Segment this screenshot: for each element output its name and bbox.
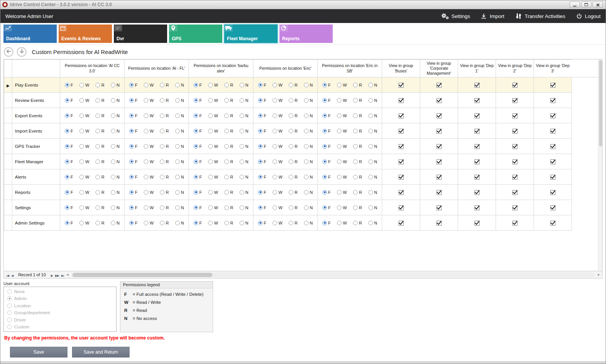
permission-radio-n[interactable]: N bbox=[368, 175, 377, 179]
permission-radio-f[interactable]: F bbox=[322, 113, 331, 118]
permission-radio-n[interactable]: N bbox=[368, 159, 377, 164]
permission-radio-r[interactable]: R bbox=[160, 144, 169, 149]
row-label[interactable]: Alerts bbox=[12, 169, 60, 185]
group-view-checkbox[interactable] bbox=[437, 205, 442, 210]
group-view-checkbox[interactable] bbox=[437, 129, 442, 134]
permission-radio-r[interactable]: R bbox=[224, 144, 233, 149]
group-view-checkbox[interactable] bbox=[512, 83, 517, 88]
group-view-checkbox[interactable] bbox=[550, 175, 555, 180]
permission-radio-f[interactable]: F bbox=[65, 175, 73, 179]
permission-radio-w[interactable]: W bbox=[79, 159, 89, 164]
table-row[interactable]: ▶Play EventsFWRNFWRNFWRNFWRNFWRN bbox=[4, 77, 572, 93]
permission-radio-n[interactable]: N bbox=[111, 221, 120, 225]
row-label[interactable]: Reports bbox=[12, 185, 60, 200]
row-label[interactable]: Play Events bbox=[12, 77, 60, 93]
table-row[interactable]: GPS TrackerFWRNFWRNFWRNFWRNFWRN bbox=[4, 139, 572, 154]
group-view-checkbox[interactable] bbox=[399, 98, 404, 103]
scroll-down-button[interactable] bbox=[17, 47, 26, 57]
permission-radio-w[interactable]: W bbox=[273, 113, 282, 118]
permission-radio-f[interactable]: F bbox=[322, 83, 331, 87]
permission-radio-w[interactable]: W bbox=[273, 221, 282, 225]
permission-radio-w[interactable]: W bbox=[273, 144, 282, 149]
back-button[interactable] bbox=[4, 47, 13, 57]
permission-radio-w[interactable]: W bbox=[144, 83, 153, 87]
permission-radio-w[interactable]: W bbox=[337, 129, 347, 133]
first-record-button[interactable]: |◀ bbox=[5, 274, 10, 277]
permission-radio-r[interactable]: R bbox=[224, 113, 233, 118]
permission-radio-f[interactable]: F bbox=[322, 175, 331, 179]
permission-radio-f[interactable]: F bbox=[194, 159, 202, 164]
permission-radio-f[interactable]: F bbox=[129, 221, 138, 225]
permission-radio-f[interactable]: F bbox=[65, 205, 73, 210]
permission-radio-r[interactable]: R bbox=[160, 190, 169, 195]
permission-radio-f[interactable]: F bbox=[322, 221, 331, 225]
table-row[interactable]: AlertsFWRNFWRNFWRNFWRNFWRN bbox=[4, 169, 572, 185]
permission-radio-n[interactable]: N bbox=[368, 144, 377, 149]
permission-radio-n[interactable]: N bbox=[240, 144, 248, 149]
permission-radio-f[interactable]: F bbox=[65, 221, 73, 225]
group-view-checkbox[interactable] bbox=[399, 144, 404, 149]
permission-radio-w[interactable]: W bbox=[208, 113, 218, 118]
group-view-checkbox[interactable] bbox=[550, 83, 555, 88]
permission-radio-r[interactable]: R bbox=[289, 98, 297, 103]
permission-radio-f[interactable]: F bbox=[258, 190, 266, 195]
permission-radio-w[interactable]: W bbox=[79, 83, 89, 87]
permission-radio-n[interactable]: N bbox=[240, 205, 248, 210]
permission-radio-f[interactable]: F bbox=[65, 159, 73, 164]
group-view-checkbox[interactable] bbox=[399, 205, 404, 210]
vertical-scrollbar[interactable] bbox=[598, 59, 602, 271]
permission-radio-n[interactable]: N bbox=[368, 98, 377, 103]
permission-radio-n[interactable]: N bbox=[240, 221, 248, 225]
permission-radio-r[interactable]: R bbox=[160, 175, 169, 179]
tab-dashboard[interactable]: Dashboard bbox=[3, 25, 57, 43]
group-view-checkbox[interactable] bbox=[475, 159, 480, 164]
permission-radio-f[interactable]: F bbox=[194, 129, 202, 133]
transfer-activities-button[interactable]: Transfer Activities bbox=[515, 13, 565, 19]
permission-radio-f[interactable]: F bbox=[65, 98, 73, 103]
permission-radio-r[interactable]: R bbox=[95, 159, 104, 164]
permission-radio-f[interactable]: F bbox=[322, 159, 331, 164]
next-record-button[interactable]: ▶ bbox=[50, 274, 54, 277]
group-view-checkbox[interactable] bbox=[475, 129, 480, 134]
horizontal-scrollbar[interactable] bbox=[72, 272, 595, 277]
permission-radio-r[interactable]: R bbox=[95, 83, 104, 87]
group-view-checkbox[interactable] bbox=[399, 159, 404, 164]
permission-radio-n[interactable]: N bbox=[304, 83, 313, 87]
permission-radio-r[interactable]: R bbox=[353, 175, 362, 179]
group-view-checkbox[interactable] bbox=[550, 129, 555, 134]
group-view-checkbox[interactable] bbox=[512, 190, 517, 195]
group-view-checkbox[interactable] bbox=[437, 159, 442, 164]
permission-radio-r[interactable]: R bbox=[353, 205, 362, 210]
permission-radio-n[interactable]: N bbox=[111, 144, 120, 149]
group-view-checkbox[interactable] bbox=[550, 159, 555, 164]
permission-radio-r[interactable]: R bbox=[95, 113, 104, 118]
permission-radio-w[interactable]: W bbox=[144, 175, 153, 179]
permission-radio-r[interactable]: R bbox=[353, 129, 362, 133]
permission-radio-w[interactable]: W bbox=[208, 175, 218, 179]
permission-radio-f[interactable]: F bbox=[322, 144, 331, 149]
permission-radio-n[interactable]: N bbox=[175, 144, 184, 149]
group-view-checkbox[interactable] bbox=[475, 98, 480, 103]
vertical-scrollbar-thumb[interactable] bbox=[599, 60, 602, 146]
group-view-checkbox[interactable] bbox=[399, 175, 404, 180]
close-button[interactable] bbox=[593, 2, 603, 8]
permission-radio-r[interactable]: R bbox=[353, 159, 362, 164]
tab-dvr[interactable]: Dvr bbox=[114, 25, 167, 43]
permission-radio-n[interactable]: N bbox=[304, 159, 313, 164]
permission-radio-f[interactable]: F bbox=[194, 113, 202, 118]
permission-radio-r[interactable]: R bbox=[289, 205, 297, 210]
group-view-checkbox[interactable] bbox=[475, 113, 480, 118]
permission-radio-w[interactable]: W bbox=[144, 190, 153, 195]
row-label[interactable]: Review Events bbox=[12, 93, 60, 108]
permission-radio-f[interactable]: F bbox=[258, 175, 266, 179]
group-view-checkbox[interactable] bbox=[399, 129, 404, 134]
permission-radio-n[interactable]: N bbox=[175, 205, 184, 210]
permission-radio-n[interactable]: N bbox=[368, 83, 377, 87]
row-label[interactable]: Settings bbox=[12, 200, 60, 215]
tab-events-reviews[interactable]: Events & Reviews bbox=[59, 25, 112, 43]
settings-button[interactable]: Settings bbox=[441, 13, 470, 20]
group-view-checkbox[interactable] bbox=[475, 221, 480, 226]
permission-radio-w[interactable]: W bbox=[79, 175, 89, 179]
permission-radio-n[interactable]: N bbox=[111, 83, 120, 87]
permission-radio-r[interactable]: R bbox=[95, 144, 104, 149]
